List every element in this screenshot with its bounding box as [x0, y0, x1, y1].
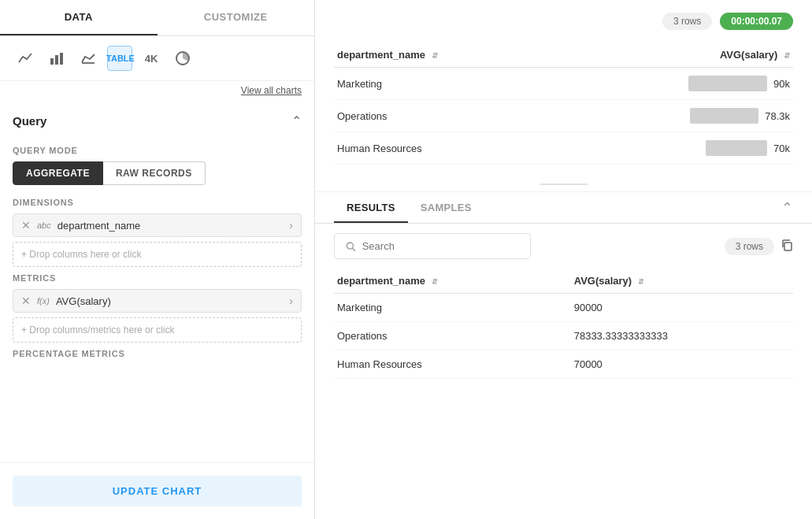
search-box[interactable]: [334, 233, 531, 259]
chart-dept-cell: Operations: [334, 100, 562, 132]
svg-rect-1: [55, 55, 58, 65]
chart-table-row: Human Resources 70k: [334, 132, 793, 165]
chart-rows-badge: 3 rows: [662, 13, 712, 30]
chart-avg-value: 90k: [773, 78, 790, 90]
results-tabs-left: RESULTS SAMPLES: [334, 192, 484, 223]
chart-dept-cell: Marketing: [334, 68, 562, 100]
search-icon: [346, 241, 356, 252]
svg-rect-10: [784, 243, 792, 250]
results-table: department_name ⇵ AVG(salary) ⇵ Marketin…: [334, 269, 793, 379]
dimension-row-0: ✕ abc department_name ›: [13, 213, 302, 237]
col1-sort-icon[interactable]: ⇵: [432, 51, 438, 60]
svg-rect-0: [50, 58, 54, 65]
remove-metric-btn[interactable]: ✕: [21, 295, 31, 307]
results-col2-header: AVG(salary) ⇵: [571, 269, 793, 294]
view-all-charts: View all charts: [0, 81, 314, 102]
query-title: Query: [13, 114, 46, 128]
results-avg-cell: 78333.33333333333: [571, 322, 793, 350]
col2-sort-icon[interactable]: ⇵: [784, 51, 790, 60]
results-col2-sort[interactable]: ⇵: [638, 278, 644, 286]
mode-raw-btn[interactable]: RAW RECORDS: [103, 161, 206, 185]
results-dept-cell: Marketing: [334, 294, 571, 322]
search-input[interactable]: [362, 240, 519, 252]
bar-chart-icon[interactable]: [44, 46, 69, 71]
chart-avg-cell: 90k: [562, 68, 793, 100]
metric-left: ✕ f(x) AVG(salary): [21, 295, 111, 307]
percentage-metrics-label: PERCENTAGE METRICS: [13, 349, 302, 358]
chart-types: TABLE 4K: [0, 36, 314, 81]
chart-area: 3 rows 00:00:00.07 department_name ⇵ AVG…: [315, 0, 812, 177]
number-label: 4K: [145, 53, 158, 65]
results-right: 3 rows: [725, 238, 793, 255]
results-table-row: Marketing 90000: [334, 294, 793, 322]
copy-btn[interactable]: [780, 239, 793, 254]
chart-avg-value: 70k: [773, 143, 790, 154]
update-btn-container: UPDATE CHART: [0, 462, 314, 519]
copy-icon: [780, 239, 793, 251]
mode-aggregate-btn[interactable]: AGGREGATE: [13, 161, 103, 185]
dimension-drop-zone[interactable]: + Drop columns here or click: [13, 242, 302, 267]
right-panel: 3 rows 00:00:00.07 department_name ⇵ AVG…: [315, 0, 812, 519]
pie-chart-icon[interactable]: [170, 46, 195, 71]
remove-dimension-btn[interactable]: ✕: [21, 219, 31, 232]
results-avg-cell: 90000: [571, 294, 793, 322]
section-header: Query ⌃: [13, 102, 302, 136]
dimension-arrow-btn[interactable]: ›: [289, 219, 293, 232]
query-mode-label: QUERY MODE: [13, 146, 302, 155]
tab-results[interactable]: RESULTS: [334, 192, 408, 223]
dimension-type: abc: [37, 221, 51, 230]
metric-arrow-btn[interactable]: ›: [289, 295, 293, 307]
chart-avg-value: 78.3k: [765, 110, 790, 122]
tabs-header: DATA CUSTOMIZE: [0, 0, 314, 36]
bar-bg: [706, 140, 767, 156]
collapse-query-btn[interactable]: ⌃: [291, 113, 302, 128]
metric-type: f(x): [37, 296, 50, 306]
line-chart-icon[interactable]: [13, 46, 38, 71]
results-tabs: RESULTS SAMPLES ⌃: [315, 192, 812, 224]
left-panel: DATA CUSTOMIZE: [0, 0, 315, 519]
results-section: RESULTS SAMPLES ⌃ 3 rows: [315, 191, 812, 519]
results-rows-badge: 3 rows: [725, 238, 774, 255]
view-all-charts-link[interactable]: View all charts: [241, 85, 302, 96]
chart-avg-cell: 78.3k: [562, 100, 793, 132]
results-dept-cell: Operations: [334, 322, 571, 350]
results-close-btn[interactable]: ⌃: [781, 199, 793, 217]
query-section: Query ⌃ QUERY MODE AGGREGATE RAW RECORDS…: [0, 102, 314, 358]
svg-point-8: [347, 243, 353, 249]
table-label: TABLE: [106, 54, 135, 63]
chart-dept-cell: Human Resources: [334, 132, 562, 165]
tab-customize[interactable]: CUSTOMIZE: [158, 0, 315, 35]
left-content: TABLE 4K View all charts Query ⌃: [0, 36, 314, 462]
table-chart-icon[interactable]: TABLE: [107, 46, 132, 71]
metric-name: AVG(salary): [56, 295, 111, 307]
results-col1-header: department_name ⇵: [334, 269, 571, 294]
area-chart-icon[interactable]: [76, 46, 101, 71]
results-col1-sort[interactable]: ⇵: [432, 278, 438, 286]
metrics-label: METRICS: [13, 273, 302, 283]
results-toolbar: 3 rows: [315, 224, 812, 269]
results-avg-cell: 70000: [571, 350, 793, 379]
bar-bg: [690, 108, 758, 124]
update-chart-btn[interactable]: UPDATE CHART: [13, 476, 302, 506]
chart-table-row: Marketing 90k: [334, 68, 793, 100]
dimensions-label: DIMENSIONS: [13, 198, 302, 207]
tab-samples[interactable]: SAMPLES: [408, 192, 484, 223]
chart-col1-header: department_name ⇵: [334, 43, 562, 68]
dimension-name: department_name: [57, 220, 141, 232]
number-chart-icon[interactable]: 4K: [139, 46, 164, 71]
chart-time-badge: 00:00:00.07: [720, 13, 793, 30]
chart-header-row: 3 rows 00:00:00.07: [334, 13, 793, 30]
results-table-row: Human Resources 70000: [334, 350, 793, 379]
results-dept-cell: Human Resources: [334, 350, 571, 379]
chart-avg-cell: 70k: [562, 132, 793, 165]
chart-table: department_name ⇵ AVG(salary) ⇵ Marketin…: [334, 43, 793, 165]
chart-col2-header: AVG(salary) ⇵: [562, 43, 793, 68]
results-table-wrap: department_name ⇵ AVG(salary) ⇵ Marketin…: [315, 269, 812, 519]
metric-drop-zone[interactable]: + Drop columns/metrics here or click: [13, 317, 302, 343]
dimension-left: ✕ abc department_name: [21, 219, 140, 232]
query-mode-btns: AGGREGATE RAW RECORDS: [13, 161, 302, 185]
metric-row-0: ✕ f(x) AVG(salary) ›: [13, 289, 302, 313]
panel-divider: [315, 177, 812, 191]
tab-data[interactable]: DATA: [0, 0, 158, 35]
svg-line-9: [353, 248, 355, 250]
